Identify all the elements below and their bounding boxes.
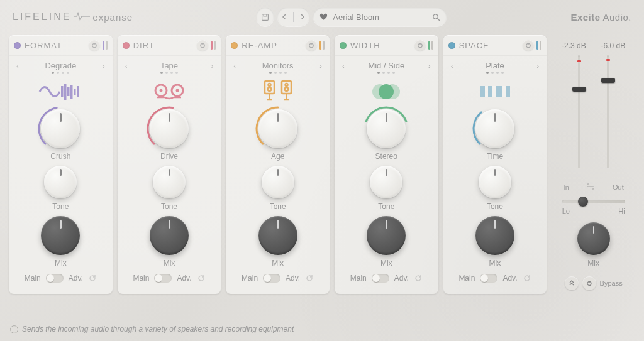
width-knob-1[interactable] (367, 109, 406, 148)
heartbeat-icon (74, 12, 90, 23)
dirt-reset-button[interactable] (197, 274, 206, 283)
link-io-button[interactable] (587, 183, 594, 191)
format-knob-1[interactable] (41, 109, 80, 148)
mode-prev-button[interactable]: ‹ (16, 62, 19, 70)
mode-icon (9, 78, 113, 106)
module-indicator-dot (14, 42, 21, 49)
reamp-main-adv-toggle[interactable] (263, 274, 280, 283)
foot-adv-label: Adv. (177, 274, 191, 283)
reamp-knob-1[interactable] (258, 109, 297, 148)
reamp-reset-button[interactable] (305, 274, 314, 283)
save-preset-button[interactable] (257, 8, 274, 26)
module-title: RE-AMP (242, 41, 306, 50)
module-power-button[interactable] (414, 40, 426, 51)
space-knob-mix[interactable] (475, 216, 514, 255)
output-db-readout: -6.0 dB (601, 41, 625, 50)
search-icon[interactable] (432, 13, 440, 21)
mode-name[interactable]: Monitors (262, 61, 294, 70)
mode-prev-button[interactable]: ‹ (233, 62, 236, 70)
mode-icon (118, 78, 221, 106)
space-knob-tone[interactable] (479, 166, 511, 198)
knob1-label: Drive (160, 152, 178, 161)
mode-next-button[interactable]: › (319, 62, 322, 70)
module-power-button[interactable] (197, 40, 208, 51)
master-mix-knob[interactable] (577, 222, 610, 255)
mode-prev-button[interactable]: ‹ (125, 62, 128, 70)
svg-rect-40 (502, 86, 506, 97)
mode-next-button[interactable]: › (103, 62, 105, 70)
module-width: WIDTH ‹ Mid / Side › Stereo Tone Mix (335, 35, 438, 294)
module-format: FORMAT ‹ Degrade › Crush Tone Mix (9, 35, 113, 294)
width-main-adv-toggle[interactable] (372, 274, 389, 283)
mode-name[interactable]: Plate (486, 61, 504, 70)
mode-prev-button[interactable]: ‹ (342, 62, 345, 70)
dirt-knob-1[interactable] (150, 109, 189, 148)
module-dirt: DIRT ‹ Tape › Drive Tone Mix (118, 35, 221, 294)
format-knob-mix[interactable] (41, 216, 80, 255)
format-main-adv-toggle[interactable] (46, 274, 64, 283)
format-reset-button[interactable] (88, 274, 97, 283)
dirt-knob-mix[interactable] (150, 216, 189, 255)
module-title: WIDTH (350, 41, 414, 50)
mode-icon (335, 78, 438, 106)
preset-next-button[interactable] (300, 14, 305, 19)
mode-prev-button[interactable]: ‹ (451, 62, 453, 70)
mode-name[interactable]: Tape (160, 61, 178, 70)
mode-next-button[interactable]: › (537, 62, 540, 70)
knob2-label: Tone (161, 202, 177, 211)
knob2-label: Tone (270, 202, 286, 211)
knob2-label: Tone (378, 202, 394, 211)
format-knob-tone[interactable] (44, 166, 77, 198)
preset-prev-button[interactable] (282, 14, 287, 19)
svg-rect-8 (67, 87, 70, 96)
output-panel: -2.3 dB -6.0 dB In Out Lo Hi Mix (552, 35, 635, 294)
svg-rect-39 (492, 86, 496, 97)
svg-line-3 (438, 18, 440, 21)
svg-rect-7 (64, 84, 67, 100)
reamp-knob-mix[interactable] (258, 216, 297, 255)
mode-next-button[interactable]: › (211, 62, 214, 70)
lohi-slider[interactable] (562, 200, 625, 203)
save-icon (261, 13, 269, 21)
mode-name[interactable]: Mid / Side (368, 61, 404, 70)
module-power-button[interactable] (306, 40, 317, 51)
module-power-button[interactable] (523, 40, 534, 51)
input-db-readout: -2.3 dB (562, 41, 586, 50)
output-fader[interactable] (607, 55, 609, 168)
width-reset-button[interactable] (414, 274, 423, 283)
width-knob-mix[interactable] (367, 216, 406, 255)
favorite-icon[interactable] (319, 13, 328, 21)
reamp-knob-tone[interactable] (262, 166, 294, 198)
dirt-knob-tone[interactable] (153, 166, 186, 198)
module-indicator-dot (448, 42, 455, 49)
dirt-main-adv-toggle[interactable] (154, 274, 172, 283)
knob3-label: Mix (55, 259, 67, 268)
foot-main-label: Main (242, 274, 258, 283)
master-mix-label: Mix (587, 259, 599, 268)
svg-rect-10 (74, 89, 76, 95)
width-knob-tone[interactable] (370, 166, 402, 198)
foot-main-label: Main (458, 274, 475, 283)
module-indicator-dot (340, 42, 347, 49)
space-knob-1[interactable] (475, 109, 514, 148)
module-meter-icon (103, 41, 108, 50)
preset-name[interactable]: Aerial Bloom (333, 13, 427, 22)
space-main-adv-toggle[interactable] (480, 274, 497, 283)
mode-name[interactable]: Degrade (45, 61, 76, 70)
mode-next-button[interactable]: › (428, 62, 431, 70)
module-indicator-dot (123, 42, 130, 49)
module-indicator-dot (231, 42, 238, 49)
space-reset-button[interactable] (523, 274, 531, 283)
svg-point-22 (267, 87, 271, 91)
collapse-button[interactable] (565, 276, 579, 290)
input-fader[interactable] (578, 55, 580, 168)
knob1-label: Age (271, 152, 284, 161)
mode-page-dots (160, 72, 178, 74)
knob3-label: Mix (272, 259, 284, 268)
module-meter-icon (536, 41, 541, 50)
bypass-button[interactable] (582, 276, 596, 290)
knob1-label: Stereo (375, 152, 397, 161)
module-title: SPACE (459, 41, 523, 50)
foot-adv-label: Adv. (286, 274, 300, 283)
module-power-button[interactable] (89, 40, 100, 51)
